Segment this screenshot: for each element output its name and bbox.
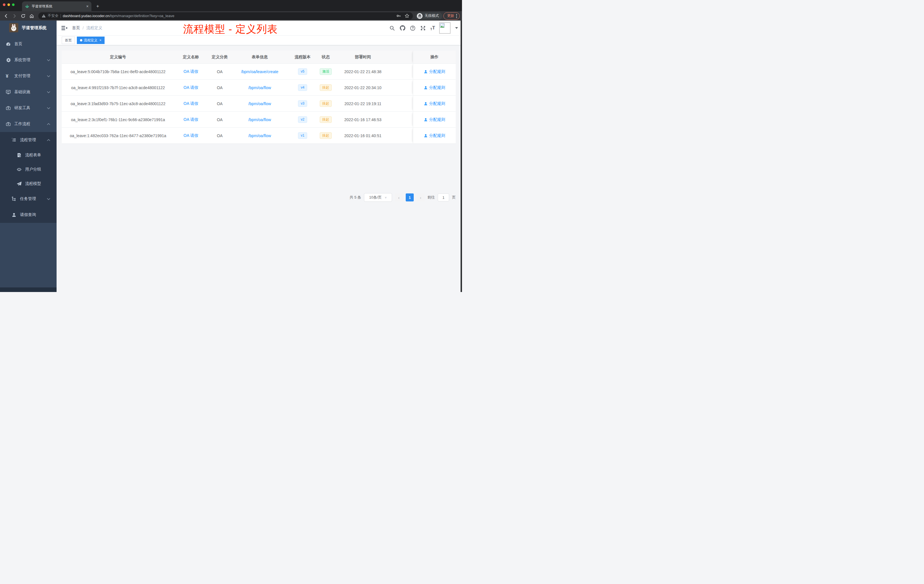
goto-page-input[interactable] (438, 193, 449, 201)
sidebar-collapse-icon[interactable] (59, 23, 69, 33)
chevron-down-icon: ∨ (384, 196, 387, 199)
tag-home[interactable]: 首页 (62, 36, 75, 44)
sidebar-item-label: 研发工具 (14, 106, 30, 111)
assign-rule-button[interactable]: 分配规则 (424, 85, 445, 90)
github-icon[interactable] (399, 25, 406, 31)
tab-close-icon[interactable]: × (86, 4, 89, 8)
sidebar-item-process-form[interactable]: 流程表单 (0, 148, 56, 162)
sidebar-item-home[interactable]: 首页 (0, 36, 56, 52)
table-header: 定义编号 定义名称 定义分类 表单信息 流程版本 状态 部署时间 操作 (62, 51, 456, 64)
table-row: oa_leave:2:3c1f0ef1-76b1-11ec-9c66-a2380… (62, 112, 456, 128)
active-tag-dot (80, 39, 82, 41)
table-row: oa_leave:3:1fad3d93-7b75-11ec-a3c8-acde4… (62, 96, 456, 112)
task-tree-icon (12, 196, 16, 201)
new-tab-button[interactable]: + (94, 3, 101, 10)
page-size-select[interactable]: 10条/页 ∨ (364, 193, 392, 202)
definition-name-link[interactable]: OA 请假 (183, 69, 198, 74)
deploy-time: 2022-01-16 17:46:53 (334, 117, 392, 122)
close-window-button[interactable] (3, 3, 5, 6)
chevron-down-icon (47, 91, 50, 93)
annotation-text: 流程模型 - 定义列表 (183, 22, 278, 36)
table-row: oa_leave:1:482ec033-762a-11ec-8477-a2380… (62, 128, 456, 144)
security-label[interactable]: 不安全 (48, 13, 59, 18)
sidebar-item-label: 基础设施 (14, 89, 30, 94)
status-badge: 挂起 (320, 132, 332, 139)
avatar[interactable] (439, 22, 450, 34)
sidebar-item-dev-tools[interactable]: 研发工具 (0, 100, 56, 116)
gear-icon (6, 58, 11, 63)
sidebar-item-label: 系统管理 (14, 58, 30, 63)
workflow-submenu: 流程管理 流程表单 用户分组 (0, 132, 56, 223)
home-icon[interactable] (28, 12, 35, 20)
sidebar-item-payment[interactable]: ¥ 支付管理 (0, 68, 56, 84)
url-domain: dashboard.yudao.iocoder.cn (63, 14, 109, 18)
tag-process-definition[interactable]: 流程定义 × (77, 36, 105, 44)
definition-name-link[interactable]: OA 请假 (183, 133, 198, 138)
form-link[interactable]: /bpm/oa/flow (248, 101, 271, 106)
zoom-window-button[interactable] (12, 3, 15, 6)
reload-icon[interactable] (20, 12, 27, 20)
assign-rule-button[interactable]: 分配规则 (424, 69, 445, 74)
tab-title: 芋道管理系统 (32, 4, 84, 9)
bookmark-star-icon[interactable] (404, 13, 409, 18)
version-badge: v3 (298, 100, 307, 107)
tab-favicon-plant-icon (25, 4, 30, 8)
font-size-icon[interactable]: TT (430, 25, 435, 31)
dashboard-icon (6, 41, 11, 46)
form-link[interactable]: /bpm/oa/flow (248, 134, 271, 138)
form-icon (16, 153, 22, 158)
definition-name-link[interactable]: OA 请假 (183, 85, 198, 90)
search-icon[interactable] (389, 25, 396, 31)
sidebar-item-process-management[interactable]: 流程管理 (0, 132, 56, 148)
sidebar-logo[interactable]: 芋道管理系统 (0, 21, 56, 35)
chevron-down-icon (47, 75, 50, 77)
fullscreen-icon[interactable] (420, 25, 426, 31)
browser-update-chip[interactable]: 更新 (444, 12, 460, 20)
page-size-value: 10条/页 (369, 195, 382, 200)
next-page-button[interactable]: › (417, 193, 424, 201)
browser-menu-kebab-icon[interactable] (456, 14, 457, 18)
form-link[interactable]: /bpm/oa/leave/create (241, 69, 279, 74)
monitor-icon (6, 89, 11, 94)
avatar-dropdown-caret-icon[interactable] (455, 27, 458, 29)
assign-rule-button[interactable]: 分配规则 (424, 117, 445, 122)
sidebar-item-process-model[interactable]: 流程模型 (0, 177, 56, 191)
goto-prefix: 前往 (427, 195, 435, 200)
browser-tab[interactable]: 芋道管理系统 × (22, 2, 91, 11)
window-right-edge (460, 21, 462, 292)
assign-rule-button[interactable]: 分配规则 (424, 101, 445, 106)
assign-rule-button[interactable]: 分配规则 (424, 133, 445, 138)
address-bar[interactable]: 不安全 dashboard.yudao.iocoder.cn/bpm/manag… (38, 12, 413, 20)
url-text[interactable]: dashboard.yudao.iocoder.cn/bpm/manager/d… (63, 14, 394, 18)
deploy-time: 2022-01-22 21:48:38 (334, 69, 392, 74)
breadcrumb-home[interactable]: 首页 (72, 25, 80, 31)
sidebar-item-workflow[interactable]: 工作流程 (0, 116, 56, 132)
tab-strip: 芋道管理系统 × + (0, 0, 462, 11)
prev-page-button[interactable]: ‹ (395, 193, 403, 201)
back-icon[interactable] (2, 12, 10, 20)
definition-name-link[interactable]: OA 请假 (183, 101, 198, 106)
definition-name-link[interactable]: OA 请假 (183, 117, 198, 122)
column-header: 操作 (413, 51, 456, 63)
help-icon[interactable] (410, 25, 416, 31)
sidebar-item-user-group[interactable]: 用户分组 (0, 162, 56, 177)
minimize-window-button[interactable] (7, 3, 10, 6)
sidebar-item-leave-query[interactable]: 请假查询 (0, 207, 56, 223)
main-area: 流程模型 - 定义列表 首页 / 流程定义 (56, 21, 462, 292)
form-link[interactable]: /bpm/oa/flow (248, 86, 271, 90)
logo-rabbit-avatar (9, 23, 18, 32)
version-badge: v2 (298, 116, 307, 122)
sidebar-item-system[interactable]: 系统管理 (0, 52, 56, 68)
sidebar-item-task-management[interactable]: 任务管理 (0, 191, 56, 207)
tag-close-icon[interactable]: × (99, 38, 101, 42)
column-header: 流程版本 (287, 54, 318, 60)
password-key-icon[interactable] (396, 13, 401, 18)
column-header: 部署时间 (334, 54, 392, 60)
window-controls (3, 3, 15, 6)
sidebar-item-infrastructure[interactable]: 基础设施 (0, 84, 56, 100)
form-link[interactable]: /bpm/oa/flow (248, 117, 271, 122)
forward-icon[interactable] (11, 12, 18, 20)
current-page-button[interactable]: 1 (406, 193, 414, 201)
definition-id: oa_leave:5:004b710b-7b8a-11ec-8ef0-acde4… (62, 69, 174, 74)
not-secure-warning-icon (42, 14, 46, 18)
